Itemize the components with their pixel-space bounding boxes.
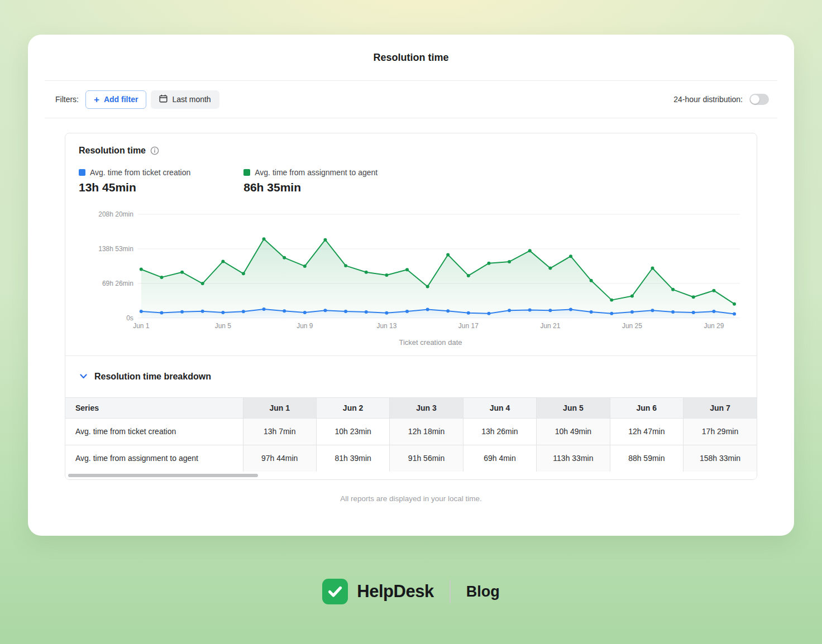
svg-text:Jun 5: Jun 5 [215,322,232,330]
column-header: Jun 5 [537,397,610,418]
distribution-label: 24-hour distribution: [673,95,743,104]
breakdown-collapse-header[interactable]: Resolution time breakdown [65,356,757,397]
legend-value: 13h 45min [79,181,190,194]
scrollbar-thumb[interactable] [68,474,258,477]
legend-label: Avg. time from ticket creation [90,168,190,177]
svg-text:Jun 25: Jun 25 [622,322,642,330]
column-header: Jun 3 [390,397,463,418]
table-cell: 12h 18min [390,418,463,445]
table-cell: 88h 59min [610,445,683,472]
filters-label: Filters: [55,95,79,104]
date-range-label: Last month [172,95,211,104]
table-cell: 17h 29min [684,418,757,445]
card-header: Resolution time [45,35,777,81]
table-cell: 69h 4min [463,445,536,472]
table-cell: 81h 39min [316,445,389,472]
legend-item-assignment: Avg. time from assignment to agent 86h 3… [243,168,377,194]
column-header: Jun 4 [463,397,536,418]
column-header: Jun 1 [243,397,316,418]
table-cell: 91h 56min [390,445,463,472]
breakdown-table: Series Jun 1 Jun 2 Jun 3 Jun 4 Jun 5 Jun… [65,397,757,472]
table-cell: 13h 26min [463,418,536,445]
calendar-icon [159,94,168,104]
chevron-down-icon [80,374,87,379]
chart-panel: Resolution time Avg. time from ticket cr… [65,133,757,480]
table-cell: 13h 7min [243,418,316,445]
page-background: { "page": { "title": "Resolution time", … [0,0,822,644]
svg-text:Jun 17: Jun 17 [458,322,479,330]
svg-text:69h 26min: 69h 26min [102,280,133,287]
table-cell: 97h 44min [243,445,316,472]
branding-footer: HelpDesk Blog [0,579,822,604]
horizontal-scrollbar [65,472,757,479]
column-header: Jun 6 [610,397,683,418]
panel-title: Resolution time [79,146,146,156]
svg-text:Jun 29: Jun 29 [704,322,724,330]
filters-row: Filters: + Add filter Last month 24-hour… [45,81,777,118]
table-cell: 10h 23min [316,418,389,445]
add-filter-button[interactable]: + Add filter [85,90,146,109]
svg-text:Jun 1: Jun 1 [133,322,150,330]
chart-legend: Avg. time from ticket creation 13h 45min… [79,168,743,194]
plus-icon: + [94,95,99,104]
table-cell: 10h 49min [537,418,610,445]
report-card: Resolution time Filters: + Add filter La… [28,35,794,536]
column-header: Jun 2 [316,397,389,418]
row-label: Avg. time from ticket creation [65,418,243,445]
svg-text:208h 20min: 208h 20min [98,210,133,218]
page-title: Resolution time [373,52,448,64]
legend-swatch-green [243,169,250,176]
legend-value: 86h 35min [243,181,377,194]
svg-text:138h 53min: 138h 53min [98,245,133,253]
table-cell: 12h 47min [610,418,683,445]
svg-text:Jun 21: Jun 21 [540,322,560,330]
row-label: Avg. time from assignment to agent [65,445,243,472]
column-header-series: Series [65,397,243,418]
table-cell: 113h 33min [537,445,610,472]
x-axis-title: Ticket creation date [79,338,743,347]
add-filter-label: Add filter [104,95,138,104]
chart-section: Resolution time Avg. time from ticket cr… [65,133,757,356]
table-cell: 158h 33min [684,445,757,472]
table-row: Avg. time from assignment to agent 97h 4… [65,445,757,472]
distribution-toggle[interactable] [749,94,769,105]
column-header: Jun 7 [684,397,757,418]
legend-item-ticket-creation: Avg. time from ticket creation 13h 45min [79,168,190,194]
blog-label: Blog [466,583,500,600]
table-row: Avg. time from ticket creation 13h 7min … [65,418,757,445]
date-range-button[interactable]: Last month [151,90,219,109]
footer-note: All reports are displayed in your local … [28,494,794,503]
helpdesk-logo-text: HelpDesk [357,581,433,602]
helpdesk-logo-icon [322,579,348,604]
svg-text:0s: 0s [126,314,133,322]
legend-label: Avg. time from assignment to agent [255,168,377,177]
table-header-row: Series Jun 1 Jun 2 Jun 3 Jun 4 Jun 5 Jun… [65,397,757,418]
brand-divider [450,580,451,603]
info-icon[interactable] [150,146,159,155]
breakdown-title: Resolution time breakdown [94,372,211,382]
legend-swatch-blue [79,169,85,176]
resolution-time-chart: 0s69h 26min138h 53min208h 20minJun 1Jun … [79,208,743,337]
toggle-knob [751,95,759,104]
svg-text:Jun 9: Jun 9 [297,322,313,330]
svg-text:Jun 13: Jun 13 [376,322,396,330]
